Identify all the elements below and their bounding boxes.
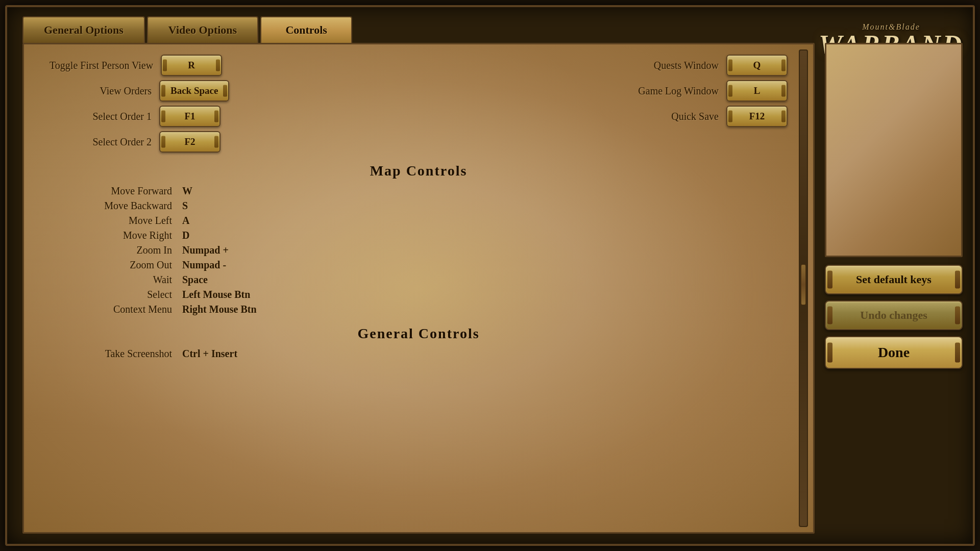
key-zoom-out: Numpad - [182,259,226,271]
label-select-order-1: Select Order 1 [50,111,152,122]
key-zoom-in: Numpad + [182,244,229,256]
top-controls: Toggle First Person View R View Orders B… [39,55,798,153]
key-select-order-2[interactable]: F2 [159,131,220,153]
tab-video-options[interactable]: Video Options [147,16,258,43]
key-context-menu: Right Mouse Btn [182,304,257,315]
key-move-left: A [182,215,189,227]
control-row-toggle-first-person: Toggle First Person View R [50,55,229,76]
control-row-view-orders: View Orders Back Space [50,80,229,102]
key-toggle-first-person[interactable]: R [161,55,222,76]
left-controls: Toggle First Person View R View Orders B… [50,55,229,153]
label-context-menu: Context Menu [70,304,172,315]
general-controls-table: Take Screenshot Ctrl + Insert [39,348,798,360]
keybind-move-right: Move Right D [70,230,767,241]
keybind-move-backward: Move Backward S [70,200,767,212]
scrollbar[interactable] [799,49,808,527]
keybind-move-left: Move Left A [70,215,767,227]
key-select: Left Mouse Btn [182,289,250,300]
control-row-game-log-window: Game Log Window L [617,80,788,102]
label-quick-save: Quick Save [617,111,719,122]
control-row-select-order-1: Select Order 1 F1 [50,106,229,127]
keybind-zoom-out: Zoom Out Numpad - [70,259,767,271]
label-toggle-first-person: Toggle First Person View [50,60,153,71]
map-controls-header: Map Controls [39,163,798,179]
label-move-forward: Move Forward [70,185,172,197]
label-move-right: Move Right [70,230,172,241]
action-buttons: Set default keys Undo changes Done [825,265,963,374]
key-view-orders[interactable]: Back Space [159,80,229,102]
controls-content: Toggle First Person View R View Orders B… [24,44,813,532]
undo-changes-button[interactable]: Undo changes [825,300,963,330]
key-take-screenshot: Ctrl + Insert [182,348,237,360]
label-select-order-2: Select Order 2 [50,136,152,148]
keybind-zoom-in: Zoom In Numpad + [70,244,767,256]
right-panel: Set default keys Undo changes Done [825,43,963,534]
control-row-quick-save: Quick Save F12 [617,106,788,127]
tab-bar: General Options Video Options Controls [22,16,352,43]
outer-frame: Mount&Blade WARBAND General Options Vide… [5,5,975,546]
right-controls: Quests Window Q Game Log Window L Quick … [617,55,788,153]
keybind-wait: Wait Space [70,274,767,286]
label-move-left: Move Left [70,215,172,227]
scrollbar-thumb[interactable] [801,264,806,305]
label-wait: Wait [70,274,172,286]
keybind-take-screenshot: Take Screenshot Ctrl + Insert [70,348,767,360]
label-zoom-out: Zoom Out [70,259,172,271]
set-default-keys-button[interactable]: Set default keys [825,265,963,294]
label-game-log-window: Game Log Window [617,85,719,97]
key-move-backward: S [182,200,188,212]
key-game-log-window[interactable]: L [726,80,788,102]
control-row-select-order-2: Select Order 2 F2 [50,131,229,153]
key-select-order-1[interactable]: F1 [159,106,220,127]
key-quick-save[interactable]: F12 [726,106,788,127]
label-take-screenshot: Take Screenshot [70,348,172,360]
tab-general-options[interactable]: General Options [22,16,145,43]
keybind-select: Select Left Mouse Btn [70,289,767,300]
label-view-orders: View Orders [50,85,152,97]
keybind-context-menu: Context Menu Right Mouse Btn [70,304,767,315]
key-move-right: D [182,230,189,241]
label-quests-window: Quests Window [617,60,719,71]
general-controls-header: General Controls [39,325,798,342]
keybind-move-forward: Move Forward W [70,185,767,197]
label-select: Select [70,289,172,300]
label-zoom-in: Zoom In [70,244,172,256]
done-button[interactable]: Done [825,336,963,369]
main-content: Toggle First Person View R View Orders B… [22,43,815,534]
preview-area [825,43,963,257]
tab-controls[interactable]: Controls [260,16,352,43]
key-wait: Space [182,274,208,286]
label-move-backward: Move Backward [70,200,172,212]
map-controls-table: Move Forward W Move Backward S Move Left… [39,185,798,315]
control-row-quests-window: Quests Window Q [617,55,788,76]
key-move-forward: W [182,185,192,197]
key-quests-window[interactable]: Q [726,55,788,76]
